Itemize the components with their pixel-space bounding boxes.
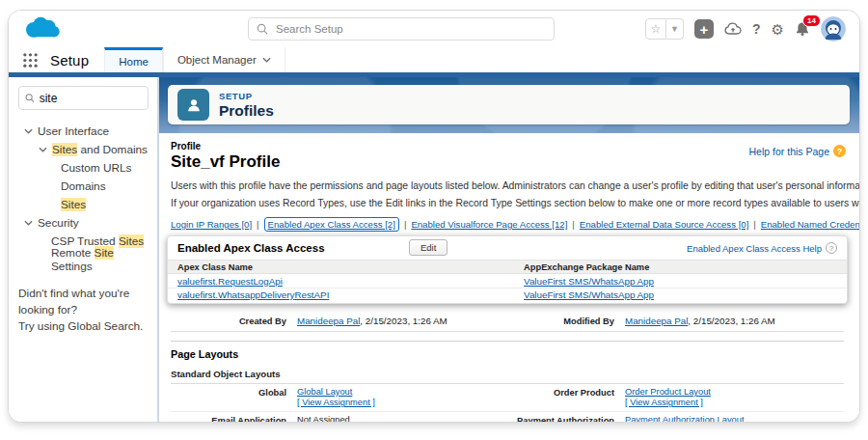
search-setup-input[interactable] (276, 23, 546, 35)
notifications-bell-icon[interactable]: 14 (795, 21, 810, 37)
tree-label: and Domains (77, 143, 148, 156)
sidebar-footer-hint: Didn't find what you're looking for? Try… (18, 286, 149, 335)
section-link-enabled-apex-class-access[interactable]: Enabled Apex Class Access [2] (264, 217, 399, 232)
salesforce-logo-icon (22, 15, 63, 42)
package-link[interactable]: ValueFirst SMS/WhatsApp App (524, 276, 654, 287)
sidebar-item-domains[interactable]: Domains (18, 177, 149, 195)
setup-tree: User Interface Sites and Domains Custom … (18, 122, 149, 268)
profiles-object-icon (177, 89, 209, 121)
section-link-enabled-named-credential-access[interactable]: Enabled Named Credential Access [0] (761, 219, 859, 230)
app-window: ☆ ▼ + ? ⚙ 14 (8, 10, 860, 423)
layout-link[interactable]: Order Product Layout (625, 387, 711, 398)
section-links-row: Login IP Ranges [0]|Enabled Apex Class A… (171, 219, 844, 230)
layout-link[interactable]: Payment Authorization Layout (625, 415, 745, 423)
footer-hint-line1: Didn't find what you're looking for? (18, 286, 149, 318)
page-layouts-section: Page Layouts Standard Object Layouts Glo… (171, 341, 844, 423)
layout-label: Email Application (171, 415, 297, 423)
created-by-date: , 2/15/2023, 1:26 AM (360, 316, 447, 326)
search-icon (257, 23, 268, 35)
setup-sidebar: User Interface Sites and Domains Custom … (9, 77, 159, 423)
column-apex-class-name: Apex Class Name (177, 262, 524, 272)
audit-row: Created By Manideepa Pal, 2/15/2023, 1:2… (171, 312, 844, 332)
app-name-label: Setup (50, 47, 89, 72)
footer-hint-line2: Try using Global Search. (18, 318, 149, 335)
enabled-apex-class-access-card: Enabled Apex Class Access Edit Enabled A… (167, 235, 848, 304)
favorites-dropdown-button[interactable]: ▼ (666, 18, 684, 40)
notification-count-badge: 14 (802, 14, 821, 27)
setup-nav-bar: Setup Home Object Manager (9, 47, 859, 72)
layout-label: Payment Authorization (500, 415, 625, 423)
apex-class-link[interactable]: valuefirst.RequestLogApi (177, 276, 283, 287)
layout-row-global: Global Global Layout[ View Assignment ] … (171, 384, 844, 412)
tree-label: Remote (51, 246, 95, 260)
setup-gear-icon[interactable]: ⚙ (772, 22, 784, 37)
quick-find-input[interactable] (40, 92, 142, 105)
quick-create-button[interactable]: + (694, 19, 714, 39)
apex-access-help-link[interactable]: Enabled Apex Class Access Help ? (687, 242, 837, 254)
created-by-label: Created By (171, 316, 297, 326)
profile-detail-page: Profile Site_vf Profile Help for this Pa… (159, 133, 859, 423)
sidebar-item-user-interface[interactable]: User Interface (18, 122, 149, 140)
quick-find-box (18, 86, 149, 110)
app-launcher-icon[interactable] (22, 47, 39, 72)
match-highlight: Sites (61, 198, 86, 211)
tree-label: Domains (61, 179, 106, 193)
chevron-down-icon (39, 147, 47, 152)
tab-home[interactable]: Home (104, 47, 163, 72)
help-icon[interactable]: ? (752, 22, 761, 36)
link-separator: | (753, 219, 756, 230)
link-separator: | (572, 219, 575, 230)
sidebar-item-sites-and-domains[interactable]: Sites and Domains (18, 140, 149, 158)
sidebar-item-remote-site-settings[interactable]: Remote Site Settings (18, 250, 149, 268)
sidebar-item-custom-urls[interactable]: Custom URLs (18, 158, 149, 177)
layout-link[interactable]: Global Layout (297, 387, 352, 398)
view-assignment-link[interactable]: [ View Assignment ] (297, 398, 375, 408)
layout-label: Global (171, 387, 297, 399)
chevron-down-icon (262, 57, 271, 63)
table-row: valuefirst.RequestLogApi ValueFirst SMS/… (168, 274, 847, 289)
tree-label: User Interface (38, 124, 109, 138)
tab-object-manager[interactable]: Object Manager (163, 47, 285, 72)
sidebar-item-security[interactable]: Security (18, 213, 149, 232)
created-by-user-link[interactable]: Manideepa Pal (297, 316, 360, 326)
modified-by-user-link[interactable]: Manideepa Pal (625, 316, 688, 326)
chevron-down-icon (24, 128, 33, 134)
apex-access-help-label: Enabled Apex Class Access Help (687, 243, 822, 254)
tree-label: Custom URLs (61, 161, 131, 175)
link-separator: | (404, 219, 407, 230)
user-avatar[interactable] (821, 16, 846, 41)
global-search (248, 17, 555, 41)
link-separator: | (257, 219, 259, 230)
match-highlight: Sites (52, 143, 77, 156)
profile-title: Site_vf Profile (171, 152, 844, 172)
modified-by-label: Modified By (500, 316, 625, 326)
favorite-star-button[interactable]: ☆ (645, 18, 666, 40)
section-link-enabled-visualforce-page-access[interactable]: Enabled Visualforce Page Access [12] (411, 219, 567, 230)
match-highlight: Site (95, 246, 114, 260)
view-assignment-link[interactable]: [ View Assignment ] (625, 398, 703, 408)
setup-banner-card: SETUP Profiles (168, 85, 850, 124)
sidebar-item-sites[interactable]: Sites (18, 195, 149, 213)
layout-row-email-application: Email Application Not Assigned[ View Ass… (171, 412, 844, 423)
column-appexchange-package-name: AppExchange Package Name (524, 262, 837, 272)
utility-bar: ☆ ▼ + ? ⚙ 14 (9, 11, 859, 47)
favorites-control: ☆ ▼ (645, 18, 684, 40)
edit-button[interactable]: Edit (409, 239, 448, 256)
apex-table-header: Apex Class Name AppExchange Package Name (168, 260, 847, 274)
search-icon (25, 93, 35, 103)
chevron-down-icon (24, 220, 33, 226)
banner-eyebrow: SETUP (219, 91, 274, 101)
setup-banner: SETUP Profiles (159, 77, 859, 133)
help-for-this-page-link[interactable]: Help for this Page ? (749, 145, 846, 157)
layout-value: Not Assigned (297, 415, 350, 423)
profile-description-2: If your organization uses Record Types, … (171, 198, 844, 208)
help-question-icon: ? (826, 242, 837, 254)
apex-class-link[interactable]: valuefirst.WhatsappDeliveryRestAPI (177, 289, 329, 300)
guidance-center-icon[interactable] (724, 22, 742, 36)
section-link-login-ip-ranges[interactable]: Login IP Ranges [0] (171, 219, 252, 230)
tab-object-manager-label: Object Manager (177, 54, 257, 66)
standard-object-layouts-subtitle: Standard Object Layouts (171, 369, 844, 384)
package-link[interactable]: ValueFirst SMS/WhatsApp App (524, 289, 654, 300)
section-link-enabled-external-data-source-access[interactable]: Enabled External Data Source Access [0] (580, 219, 748, 230)
help-question-icon: ? (833, 145, 846, 157)
